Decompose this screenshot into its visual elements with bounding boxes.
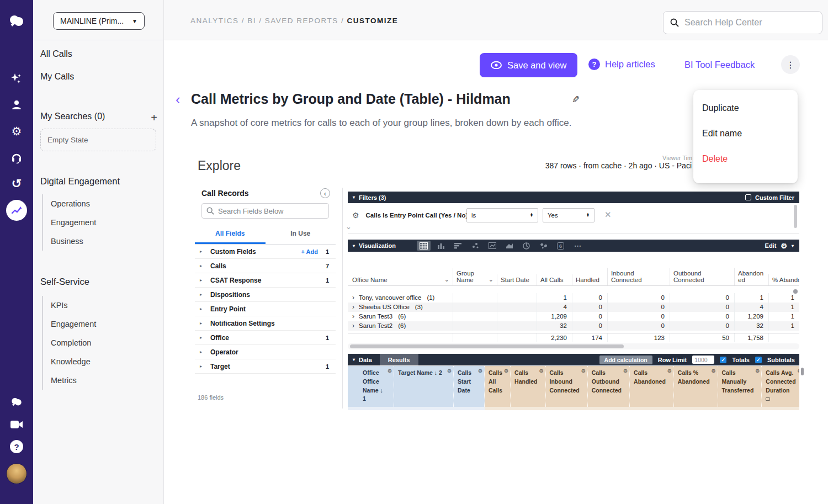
column-gear-icon[interactable]: ⚙ (667, 368, 672, 375)
help-articles-link[interactable]: ? Help articles (588, 59, 655, 70)
ai-sparkles-icon[interactable] (0, 72, 33, 86)
sidebar-item-kpis[interactable]: KPIs (43, 296, 96, 315)
bi-tool-feedback-link[interactable]: BI Tool Feedback (684, 60, 755, 70)
column-gear-icon[interactable]: ⚙ (798, 368, 800, 375)
sort-chevron-icon[interactable]: ⌄ (489, 276, 493, 283)
filters-bar-toggle[interactable]: ▾ Filters (3) (348, 194, 386, 201)
sidebar-item-my-calls[interactable]: My Calls (40, 72, 74, 82)
column-gear-icon[interactable]: ⚙ (504, 368, 508, 375)
data-col-inbound-connected[interactable]: Calls Inbound Connected⚙ (546, 366, 588, 407)
col-header-outbound-connected[interactable]: Outbound Connected (670, 268, 734, 285)
viz-more-icon[interactable]: ⋯ (571, 241, 585, 251)
breadcrumb-path[interactable]: ANALYTICS / BI / SAVED REPORTS / (190, 17, 344, 25)
col-header-all-calls[interactable]: All Calls (537, 274, 572, 285)
dialpad-logo[interactable] (0, 13, 33, 29)
filter-gear-icon[interactable]: ⚙ (352, 211, 359, 220)
data-col-avg-connected-duration[interactable]: Calls Avg. Connected Duration⚙ (762, 366, 799, 407)
viz-line-chart-icon[interactable] (485, 241, 499, 251)
edit-title-icon[interactable]: ✎ (572, 94, 580, 105)
tab-in-use[interactable]: In Use (266, 225, 336, 244)
support-headset-icon[interactable] (0, 151, 33, 165)
data-col-handled[interactable]: Calls Handled⚙ (511, 366, 545, 407)
dialpad-swoosh-icon[interactable] (0, 395, 33, 408)
viz-column-chart-icon[interactable] (434, 241, 448, 251)
expand-icon[interactable]: ▸ (200, 263, 206, 268)
field-group-calls[interactable]: ▸ Calls 7 (195, 259, 336, 273)
viz-settings-caret-icon[interactable]: ▾ (792, 243, 794, 248)
sidebar-item-completion[interactable]: Completion (43, 333, 96, 352)
data-col-all-calls[interactable]: Calls All Calls⚙ (485, 366, 511, 407)
col-header-handled[interactable]: Handled (572, 274, 607, 285)
field-search-box[interactable] (201, 203, 329, 219)
col-header-pct-abandoned[interactable]: % Abandoned (768, 274, 799, 285)
back-chevron-icon[interactable]: ‹ (176, 92, 181, 107)
sort-chevron-icon[interactable]: ⌄ (444, 276, 449, 283)
column-gear-icon[interactable]: ⚙ (388, 368, 392, 375)
viz-map-icon[interactable] (537, 241, 550, 251)
column-gear-icon[interactable]: ⚙ (478, 368, 482, 375)
data-col-abandoned[interactable]: Calls Abandoned⚙ (630, 366, 674, 407)
col-header-group-name[interactable]: Group Name⌄ (453, 268, 497, 285)
horizontal-scrollbar-thumb[interactable] (350, 344, 624, 348)
col-header-start-date[interactable]: Start Date (497, 274, 537, 285)
data-col-outbound-connected[interactable]: Calls Outbound Connected⚙ (588, 366, 630, 407)
save-and-view-button[interactable]: Save and view (480, 53, 577, 77)
sidebar-item-all-calls[interactable]: All Calls (40, 49, 72, 59)
user-avatar[interactable] (0, 463, 33, 485)
viz-edit-button[interactable]: Edit (765, 242, 777, 249)
more-filters-chevron-icon[interactable]: ⌄ (346, 222, 352, 231)
data-col-target-name[interactable]: Target Name ↓ 2⚙ (394, 366, 454, 407)
column-gear-icon[interactable]: ⚙ (711, 368, 715, 375)
add-search-icon[interactable]: + (151, 112, 157, 124)
col-header-inbound-connected[interactable]: Inbound Connected (607, 268, 670, 285)
expand-icon[interactable]: ▸ (200, 364, 206, 369)
field-group-entry-point[interactable]: ▸ Entry Point (195, 302, 336, 316)
menu-item-delete[interactable]: Delete (693, 146, 798, 172)
menu-item-duplicate[interactable]: Duplicate (693, 96, 798, 121)
remove-filter-icon[interactable]: ✕ (604, 210, 612, 220)
tab-all-fields[interactable]: All Fields (195, 225, 266, 244)
help-center-search[interactable] (663, 11, 822, 34)
sidebar-item-metrics[interactable]: Metrics (43, 371, 96, 390)
col-header-office-name[interactable]: Office Name⌄ (348, 274, 453, 285)
expand-icon[interactable]: ▸ (200, 306, 206, 311)
add-custom-field-button[interactable]: + Add (301, 248, 318, 255)
sidebar-item-knowledge[interactable]: Knowledge (43, 352, 96, 371)
row-expand-icon[interactable]: › (352, 313, 354, 321)
filters-scrollbar-thumb[interactable] (794, 205, 797, 228)
filter-operator-select[interactable]: is ▲▼ (466, 208, 538, 222)
viz-settings-gear-icon[interactable]: ⚙ (781, 242, 787, 250)
row-expand-icon[interactable]: › (352, 294, 354, 303)
custom-filter-checkbox[interactable] (745, 194, 751, 200)
data-bar-toggle[interactable]: ▾ Data (348, 357, 372, 363)
column-gear-icon[interactable]: ⚙ (755, 368, 760, 375)
data-col-start-date[interactable]: Calls Start Date⚙ (454, 366, 485, 407)
menu-item-edit-name[interactable]: Edit name (693, 121, 798, 146)
horizontal-scrollbar[interactable] (348, 343, 799, 349)
expand-icon[interactable]: ▸ (200, 335, 206, 340)
sidebar-item-engagement[interactable]: Engagement (43, 213, 96, 232)
field-search-input[interactable] (218, 207, 324, 215)
help-search-input[interactable] (684, 18, 815, 28)
field-group-target[interactable]: ▸ Target 1 (195, 359, 336, 374)
contacts-icon[interactable] (0, 98, 33, 112)
field-group-notification-settings[interactable]: ▸ Notification Settings (195, 316, 336, 331)
history-icon[interactable]: ↺ (0, 177, 33, 191)
settings-gear-icon[interactable]: ⚙ (0, 124, 33, 139)
row-expand-icon[interactable]: › (352, 322, 354, 331)
collapse-panel-icon[interactable]: ‹ (320, 188, 330, 198)
viz-table-icon[interactable] (417, 241, 431, 251)
data-col-manually-transferred[interactable]: Calls Manually Transferred⚙ (718, 366, 762, 407)
expand-icon[interactable]: ▸ (200, 292, 206, 297)
tab-results[interactable]: Results (380, 354, 418, 365)
expand-icon[interactable]: ▸ (200, 278, 206, 283)
data-grid-scrollbar-thumb[interactable] (801, 368, 804, 375)
viz-scatter-icon[interactable] (468, 241, 482, 251)
column-gear-icon[interactable]: ⚙ (623, 368, 628, 375)
expand-icon[interactable]: ▸ (200, 249, 206, 254)
help-icon[interactable]: ? (0, 439, 33, 454)
col-header-abandoned[interactable]: Abandoned (734, 268, 768, 285)
analytics-icon[interactable] (0, 200, 33, 221)
column-gear-icon[interactable]: ⚙ (581, 368, 586, 375)
expand-icon[interactable]: ▸ (200, 321, 206, 326)
